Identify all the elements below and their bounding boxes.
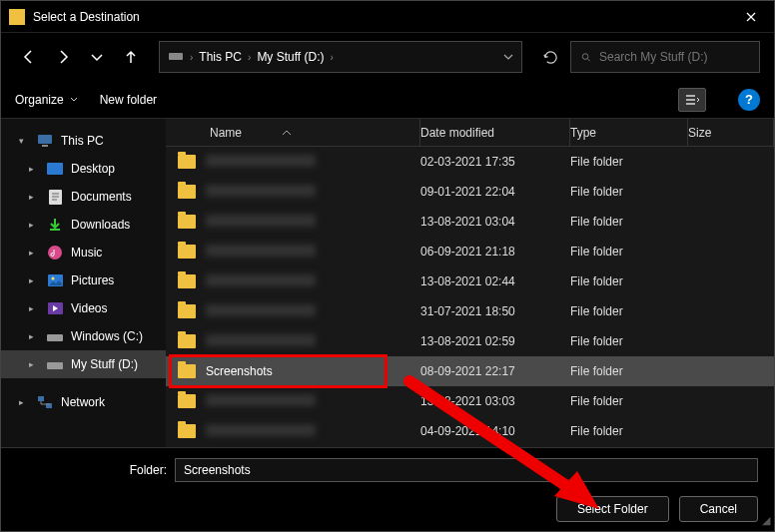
svg-point-6 <box>48 246 62 260</box>
file-list: Name Date modified Type Size 02-03-2021 … <box>166 119 774 447</box>
folder-icon <box>178 364 196 378</box>
drive-icon <box>47 356 63 372</box>
network-icon <box>37 394 53 410</box>
col-size[interactable]: Size <box>688 126 711 140</box>
downloads-icon <box>47 217 63 233</box>
file-date: 31-07-2021 18:50 <box>420 304 570 318</box>
cancel-button[interactable]: Cancel <box>679 496 758 522</box>
folder-input[interactable] <box>175 458 758 482</box>
table-row[interactable]: 13-08-2021 03:04File folder <box>166 207 774 237</box>
file-date: 13-08-2021 03:03 <box>420 394 570 408</box>
drive-icon <box>47 328 63 344</box>
refresh-button[interactable] <box>536 43 564 71</box>
sidebar-label: Network <box>61 395 105 409</box>
chevron-right-icon: ▸ <box>29 359 39 369</box>
table-row[interactable]: 04-09-2021 14:10File folder <box>166 416 774 446</box>
sidebar-item-mystuff[interactable]: ▸ My Stuff (D:) <box>1 350 166 378</box>
chevron-right-icon: ▸ <box>29 192 39 202</box>
table-row[interactable]: 02-03-2021 17:35File folder <box>166 147 774 177</box>
sidebar-item-desktop[interactable]: ▸ Desktop <box>1 155 166 183</box>
file-type: File folder <box>570 245 688 259</box>
file-name <box>206 185 420 200</box>
help-button[interactable]: ? <box>738 89 760 111</box>
table-row[interactable]: 13-08-2021 02:59File folder <box>166 326 774 356</box>
sidebar-label: Pictures <box>71 273 114 287</box>
folder-icon <box>178 185 196 199</box>
sidebar-label: Music <box>71 246 102 260</box>
sort-asc-icon <box>282 129 292 137</box>
folder-icon <box>178 424 196 438</box>
breadcrumb-mystuff[interactable]: My Stuff (D:) <box>257 50 324 64</box>
sidebar-label: My Stuff (D:) <box>71 357 138 371</box>
forward-button[interactable] <box>51 45 75 69</box>
chevron-down-icon <box>70 96 78 104</box>
sidebar-item-windowsc[interactable]: ▸ Windows (C:) <box>1 322 166 350</box>
address-bar[interactable]: › This PC › My Stuff (D:) › <box>159 41 522 73</box>
documents-icon <box>47 189 63 205</box>
chevron-right-icon: ▸ <box>29 220 39 230</box>
col-date[interactable]: Date modified <box>420 126 494 140</box>
sidebar-item-videos[interactable]: ▸ Videos <box>1 294 166 322</box>
file-name <box>206 304 420 319</box>
table-row[interactable]: 09-01-2021 22:04File folder <box>166 177 774 207</box>
col-type[interactable]: Type <box>570 126 596 140</box>
folder-icon <box>178 215 196 229</box>
file-type: File folder <box>570 185 688 199</box>
svg-rect-3 <box>42 145 48 147</box>
svg-rect-12 <box>38 396 44 401</box>
file-date: 09-01-2021 22:04 <box>420 185 570 199</box>
column-header[interactable]: Name Date modified Type Size <box>166 119 774 147</box>
drive-icon <box>168 50 184 65</box>
chevron-right-icon: › <box>331 52 334 63</box>
svg-rect-0 <box>169 53 183 60</box>
close-button[interactable] <box>728 1 774 33</box>
videos-icon <box>47 300 63 316</box>
sidebar-item-thispc[interactable]: ▾ This PC <box>1 127 166 155</box>
sidebar-label: Desktop <box>71 162 115 176</box>
chevron-right-icon: ▸ <box>29 275 39 285</box>
resize-grip[interactable]: ◢ <box>762 514 770 527</box>
address-dropdown[interactable] <box>503 50 513 65</box>
search-box[interactable] <box>570 41 760 73</box>
select-folder-button[interactable]: Select Folder <box>556 496 669 522</box>
sidebar-item-downloads[interactable]: ▸ Downloads <box>1 211 166 239</box>
folder-icon <box>178 394 196 408</box>
back-button[interactable] <box>17 45 41 69</box>
new-folder-button[interactable]: New folder <box>100 93 157 107</box>
nav-row: › This PC › My Stuff (D:) › <box>1 33 774 81</box>
sidebar-item-documents[interactable]: ▸ Documents <box>1 183 166 211</box>
file-name <box>206 155 420 170</box>
col-name[interactable]: Name <box>210 126 242 140</box>
sidebar-label: Videos <box>71 301 107 315</box>
table-row[interactable]: 13-08-2021 02:44File folder <box>166 266 774 296</box>
file-type: File folder <box>570 394 688 408</box>
file-date: 13-08-2021 02:59 <box>420 334 570 348</box>
search-input[interactable] <box>599 50 749 64</box>
sidebar-item-music[interactable]: ▸ Music <box>1 239 166 266</box>
file-name <box>206 245 420 260</box>
table-row[interactable]: 13-08-2021 03:03File folder <box>166 386 774 416</box>
table-row[interactable]: Screenshots08-09-2021 22:17File folder <box>166 356 774 386</box>
svg-rect-10 <box>47 334 63 341</box>
sidebar-item-network[interactable]: ▸ Network <box>1 388 166 416</box>
table-row[interactable]: 06-09-2021 21:18File folder <box>166 237 774 266</box>
file-type: File folder <box>570 304 688 318</box>
file-type: File folder <box>570 155 688 169</box>
view-button[interactable] <box>678 88 706 112</box>
chevron-down-icon: ▾ <box>19 136 29 146</box>
breadcrumb-thispc[interactable]: This PC <box>199 50 242 64</box>
sidebar-label: Documents <box>71 190 132 204</box>
sidebar-item-pictures[interactable]: ▸ Pictures <box>1 266 166 294</box>
svg-rect-2 <box>38 135 52 144</box>
up-button[interactable] <box>119 45 143 69</box>
recent-dropdown[interactable] <box>85 45 109 69</box>
organize-button[interactable]: Organize <box>15 93 78 107</box>
organize-label: Organize <box>15 93 64 107</box>
chevron-right-icon: ▸ <box>29 248 39 258</box>
toolbar: Organize New folder ? <box>1 81 774 119</box>
file-type: File folder <box>570 334 688 348</box>
svg-rect-4 <box>47 163 63 175</box>
sidebar-label: Downloads <box>71 218 130 232</box>
folder-label: Folder: <box>17 463 167 477</box>
table-row[interactable]: 31-07-2021 18:50File folder <box>166 296 774 326</box>
